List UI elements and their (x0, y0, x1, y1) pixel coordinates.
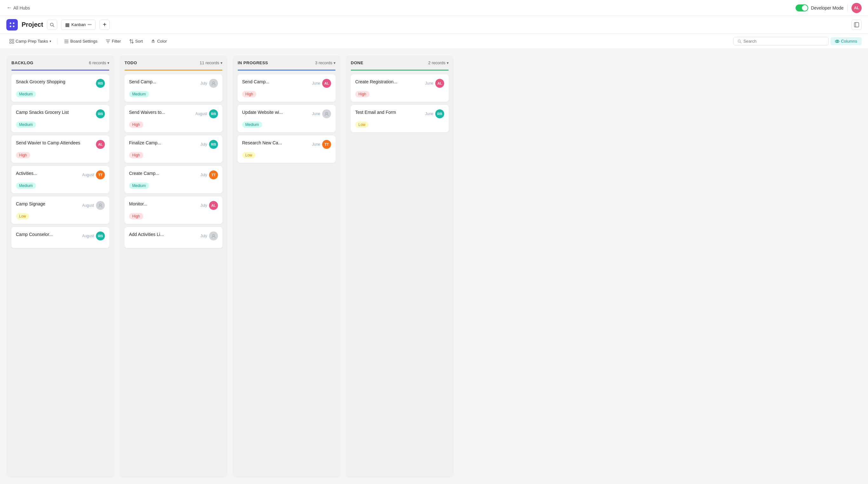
app-bar-right (851, 20, 862, 30)
user-avatar[interactable]: AL (851, 3, 862, 13)
kanban-icon: ▦ (65, 22, 69, 28)
developer-mode-label: Developer Mode (811, 5, 843, 10)
svg-rect-14 (64, 42, 69, 43)
task-card[interactable]: Camp Counselor... August RB (11, 227, 109, 248)
card-title: Send Camp... (242, 79, 309, 85)
card-title: Add Activities Li... (129, 231, 198, 237)
card-avatar: TT (96, 170, 105, 179)
card-header: Activities... August TT (16, 170, 105, 179)
search-bar[interactable] (733, 37, 829, 46)
back-link[interactable]: ← All Hubs (6, 4, 30, 11)
task-card[interactable]: Send Camp... July Medium (125, 75, 222, 102)
add-view-button[interactable]: + (99, 20, 110, 30)
priority-badge: High (129, 121, 143, 128)
svg-point-19 (837, 41, 838, 42)
card-title: Update Website wi... (242, 109, 309, 115)
column-count-todo[interactable]: 11 records ▾ (200, 60, 222, 65)
card-meta: June RB (425, 109, 444, 118)
task-card[interactable]: Activities... August TT Medium (11, 166, 109, 193)
card-avatar: RB (96, 79, 105, 88)
task-card[interactable]: Update Website wi... June Medium (238, 105, 336, 132)
card-avatar (209, 231, 218, 240)
task-card[interactable]: Research New Ca... June TT Low (238, 136, 336, 163)
task-card[interactable]: Create Camp... July TT Medium (125, 166, 222, 193)
view-label: Kanban (71, 22, 86, 27)
sort-icon (129, 39, 134, 44)
top-nav: ← All Hubs Developer Mode AL (0, 0, 868, 16)
search-input[interactable] (743, 39, 825, 44)
column-count-inprogress[interactable]: 3 records ▾ (315, 60, 336, 65)
search-button[interactable] (47, 20, 57, 30)
column-count-done[interactable]: 2 records ▾ (428, 60, 448, 65)
task-card[interactable]: Camp Signage August Low (11, 197, 109, 224)
card-title: Send Wavier to Camp Attendees (16, 140, 93, 146)
card-avatar (96, 201, 105, 210)
back-label: All Hubs (13, 5, 30, 10)
svg-rect-11 (12, 42, 14, 43)
sidebar-toggle-button[interactable] (851, 20, 862, 30)
priority-badge: Medium (16, 91, 36, 97)
priority-badge: High (129, 213, 143, 220)
cards-done: Create Registration... June AL High Test… (351, 75, 448, 473)
card-header: Create Camp... July TT (129, 170, 218, 179)
task-card[interactable]: Send Wavier to Camp Attendees AL High (11, 136, 109, 163)
developer-mode-toggle[interactable]: Developer Mode (796, 4, 843, 11)
card-date: July (200, 81, 207, 86)
svg-line-17 (740, 42, 741, 43)
column-todo: TODO 11 records ▾ Send Camp... July Medi… (120, 55, 227, 478)
view-dots: ••• (88, 23, 92, 27)
view-selector[interactable]: ▦ Kanban ••• (61, 20, 96, 30)
filter-icon (106, 39, 110, 44)
board-settings-button[interactable]: Board Settings (61, 37, 100, 45)
card-avatar (322, 109, 331, 118)
task-card[interactable]: Send Camp... June AL High (238, 75, 336, 102)
priority-badge: Medium (16, 121, 36, 128)
grid-icon (9, 39, 14, 44)
card-date: August (82, 234, 94, 238)
svg-rect-15 (152, 41, 155, 43)
card-title: Finalize Camp... (129, 140, 198, 146)
task-card[interactable]: Finalize Camp... July RB High (125, 136, 222, 163)
toggle-switch[interactable] (796, 4, 808, 11)
filter-label: Filter (112, 39, 121, 44)
board-settings-icon (64, 39, 69, 44)
card-title: Camp Counselor... (16, 231, 80, 237)
task-card[interactable]: Snack Grocery Shopping RB Medium (11, 75, 109, 102)
card-title: Test Email and Form (355, 109, 423, 115)
column-title-backlog: BACKLOG (11, 60, 33, 65)
card-avatar: TT (322, 140, 331, 149)
priority-badge: High (129, 152, 143, 159)
column-done: DONE 2 records ▾ Create Registration... … (346, 55, 454, 478)
svg-point-23 (326, 112, 328, 114)
card-meta: July (200, 231, 218, 240)
search-bar-icon (737, 39, 742, 44)
plus-icon: + (103, 21, 106, 28)
column-divider-inprogress (238, 69, 336, 70)
task-card[interactable]: Add Activities Li... July (125, 227, 222, 248)
column-header-todo: TODO 11 records ▾ (125, 60, 222, 65)
svg-point-18 (835, 40, 839, 42)
sidebar-icon (854, 22, 859, 27)
task-card[interactable]: Send Waivers to... August RB High (125, 105, 222, 132)
toolbar: Camp Prep Tasks ▾ Board Settings Filter … (0, 34, 868, 49)
sort-button[interactable]: Sort (126, 37, 146, 45)
card-date: August (82, 173, 94, 177)
card-title: Send Camp... (129, 79, 198, 85)
task-card[interactable]: Create Registration... June AL High (351, 75, 448, 102)
column-divider-done (351, 69, 448, 70)
card-date: June (312, 81, 320, 86)
card-title: Activities... (16, 170, 80, 176)
columns-button[interactable]: Columns (831, 37, 862, 45)
card-title: Snack Grocery Shopping (16, 79, 93, 85)
color-button[interactable]: Color (148, 37, 170, 45)
task-card[interactable]: Camp Snacks Grocery List RB Medium (11, 105, 109, 132)
board-view-selector[interactable]: Camp Prep Tasks ▾ (6, 37, 54, 45)
column-count-backlog[interactable]: 6 records ▾ (89, 60, 109, 65)
task-card[interactable]: Test Email and Form June RB Low (351, 105, 448, 132)
color-label: Color (157, 39, 167, 44)
card-avatar: RB (209, 140, 218, 149)
svg-point-22 (213, 234, 214, 236)
filter-button[interactable]: Filter (103, 37, 124, 45)
task-card[interactable]: Monitor... July AL High (125, 197, 222, 224)
card-meta: July TT (200, 170, 218, 179)
